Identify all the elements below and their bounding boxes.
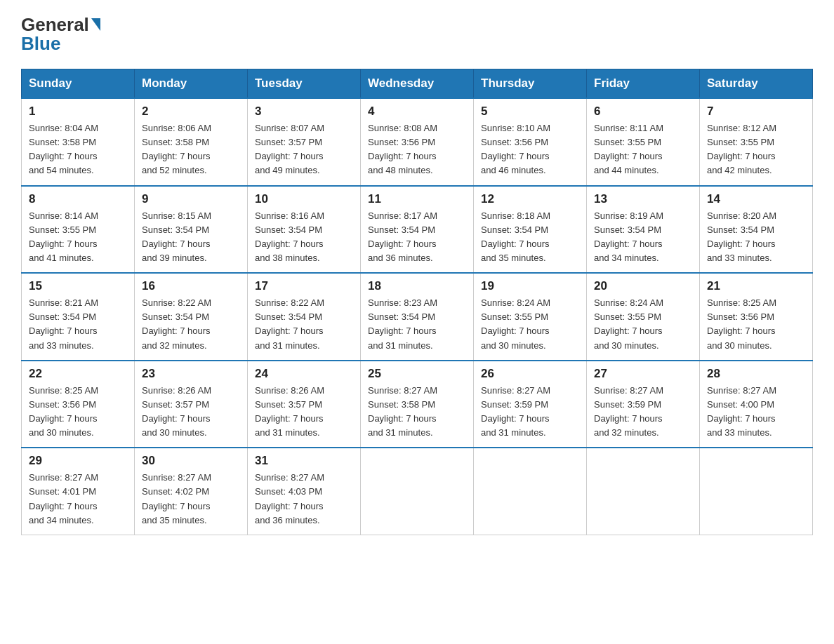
weekday-header-saturday: Saturday xyxy=(700,69,813,99)
calendar-cell xyxy=(587,448,700,535)
day-info: Sunrise: 8:23 AMSunset: 3:54 PMDaylight:… xyxy=(368,296,466,353)
day-info: Sunrise: 8:22 AMSunset: 3:54 PMDaylight:… xyxy=(255,296,353,353)
day-number: 2 xyxy=(142,105,240,119)
day-number: 11 xyxy=(368,192,466,206)
logo: General Blue xyxy=(21,14,100,55)
day-info: Sunrise: 8:25 AMSunset: 3:56 PMDaylight:… xyxy=(707,296,805,353)
calendar-cell: 26 Sunrise: 8:27 AMSunset: 3:59 PMDaylig… xyxy=(474,361,587,448)
weekday-header-wednesday: Wednesday xyxy=(361,69,474,99)
day-info: Sunrise: 8:06 AMSunset: 3:58 PMDaylight:… xyxy=(142,121,240,178)
day-info: Sunrise: 8:27 AMSunset: 4:01 PMDaylight:… xyxy=(29,471,127,528)
day-number: 25 xyxy=(368,367,466,381)
weekday-header-thursday: Thursday xyxy=(474,69,587,99)
day-info: Sunrise: 8:22 AMSunset: 3:54 PMDaylight:… xyxy=(142,296,240,353)
day-info: Sunrise: 8:15 AMSunset: 3:54 PMDaylight:… xyxy=(142,209,240,266)
day-number: 8 xyxy=(29,192,127,206)
day-info: Sunrise: 8:27 AMSunset: 4:03 PMDaylight:… xyxy=(255,471,353,528)
weekday-header-tuesday: Tuesday xyxy=(248,69,361,99)
calendar-cell: 23 Sunrise: 8:26 AMSunset: 3:57 PMDaylig… xyxy=(135,361,248,448)
calendar-table: SundayMondayTuesdayWednesdayThursdayFrid… xyxy=(21,69,813,535)
calendar-cell: 15 Sunrise: 8:21 AMSunset: 3:54 PMDaylig… xyxy=(22,273,135,361)
day-info: Sunrise: 8:20 AMSunset: 3:54 PMDaylight:… xyxy=(707,209,805,266)
day-number: 6 xyxy=(594,105,692,119)
weekday-header-friday: Friday xyxy=(587,69,700,99)
week-row-2: 8 Sunrise: 8:14 AMSunset: 3:55 PMDayligh… xyxy=(22,186,813,274)
calendar-header-row: SundayMondayTuesdayWednesdayThursdayFrid… xyxy=(22,69,813,99)
day-number: 23 xyxy=(142,367,240,381)
day-number: 10 xyxy=(255,192,353,206)
calendar-cell: 14 Sunrise: 8:20 AMSunset: 3:54 PMDaylig… xyxy=(700,186,813,274)
week-row-3: 15 Sunrise: 8:21 AMSunset: 3:54 PMDaylig… xyxy=(22,273,813,361)
day-number: 9 xyxy=(142,192,240,206)
day-info: Sunrise: 8:27 AMSunset: 3:59 PMDaylight:… xyxy=(594,384,692,441)
calendar-cell xyxy=(700,448,813,535)
calendar-cell: 12 Sunrise: 8:18 AMSunset: 3:54 PMDaylig… xyxy=(474,186,587,274)
day-info: Sunrise: 8:24 AMSunset: 3:55 PMDaylight:… xyxy=(594,296,692,353)
calendar-cell: 29 Sunrise: 8:27 AMSunset: 4:01 PMDaylig… xyxy=(22,448,135,535)
day-info: Sunrise: 8:19 AMSunset: 3:54 PMDaylight:… xyxy=(594,209,692,266)
day-number: 4 xyxy=(368,105,466,119)
day-info: Sunrise: 8:27 AMSunset: 3:58 PMDaylight:… xyxy=(368,384,466,441)
calendar-cell: 24 Sunrise: 8:26 AMSunset: 3:57 PMDaylig… xyxy=(248,361,361,448)
calendar-cell: 21 Sunrise: 8:25 AMSunset: 3:56 PMDaylig… xyxy=(700,273,813,361)
day-number: 28 xyxy=(707,367,805,381)
day-number: 29 xyxy=(29,454,127,468)
day-info: Sunrise: 8:16 AMSunset: 3:54 PMDaylight:… xyxy=(255,209,353,266)
day-number: 7 xyxy=(707,105,805,119)
day-info: Sunrise: 8:25 AMSunset: 3:56 PMDaylight:… xyxy=(29,384,127,441)
week-row-4: 22 Sunrise: 8:25 AMSunset: 3:56 PMDaylig… xyxy=(22,361,813,448)
day-number: 13 xyxy=(594,192,692,206)
day-info: Sunrise: 8:27 AMSunset: 4:02 PMDaylight:… xyxy=(142,471,240,528)
day-number: 22 xyxy=(29,367,127,381)
calendar-cell: 18 Sunrise: 8:23 AMSunset: 3:54 PMDaylig… xyxy=(361,273,474,361)
day-info: Sunrise: 8:21 AMSunset: 3:54 PMDaylight:… xyxy=(29,296,127,353)
calendar-cell: 3 Sunrise: 8:07 AMSunset: 3:57 PMDayligh… xyxy=(248,98,361,186)
day-info: Sunrise: 8:27 AMSunset: 3:59 PMDaylight:… xyxy=(481,384,579,441)
calendar-cell: 22 Sunrise: 8:25 AMSunset: 3:56 PMDaylig… xyxy=(22,361,135,448)
weekday-header-monday: Monday xyxy=(135,69,248,99)
calendar-cell: 7 Sunrise: 8:12 AMSunset: 3:55 PMDayligh… xyxy=(700,98,813,186)
day-info: Sunrise: 8:10 AMSunset: 3:56 PMDaylight:… xyxy=(481,121,579,178)
logo-blue-text: Blue xyxy=(21,33,60,55)
calendar-cell: 13 Sunrise: 8:19 AMSunset: 3:54 PMDaylig… xyxy=(587,186,700,274)
calendar-cell: 11 Sunrise: 8:17 AMSunset: 3:54 PMDaylig… xyxy=(361,186,474,274)
calendar-cell: 25 Sunrise: 8:27 AMSunset: 3:58 PMDaylig… xyxy=(361,361,474,448)
day-number: 27 xyxy=(594,367,692,381)
calendar-cell: 17 Sunrise: 8:22 AMSunset: 3:54 PMDaylig… xyxy=(248,273,361,361)
page-header: General Blue xyxy=(21,14,813,55)
calendar-cell: 20 Sunrise: 8:24 AMSunset: 3:55 PMDaylig… xyxy=(587,273,700,361)
day-number: 15 xyxy=(29,279,127,293)
calendar-cell: 16 Sunrise: 8:22 AMSunset: 3:54 PMDaylig… xyxy=(135,273,248,361)
day-info: Sunrise: 8:08 AMSunset: 3:56 PMDaylight:… xyxy=(368,121,466,178)
day-number: 21 xyxy=(707,279,805,293)
day-number: 14 xyxy=(707,192,805,206)
day-info: Sunrise: 8:26 AMSunset: 3:57 PMDaylight:… xyxy=(142,384,240,441)
day-info: Sunrise: 8:07 AMSunset: 3:57 PMDaylight:… xyxy=(255,121,353,178)
day-info: Sunrise: 8:17 AMSunset: 3:54 PMDaylight:… xyxy=(368,209,466,266)
week-row-1: 1 Sunrise: 8:04 AMSunset: 3:58 PMDayligh… xyxy=(22,98,813,186)
calendar-cell: 2 Sunrise: 8:06 AMSunset: 3:58 PMDayligh… xyxy=(135,98,248,186)
calendar-cell: 6 Sunrise: 8:11 AMSunset: 3:55 PMDayligh… xyxy=(587,98,700,186)
day-number: 5 xyxy=(481,105,579,119)
calendar-cell: 8 Sunrise: 8:14 AMSunset: 3:55 PMDayligh… xyxy=(22,186,135,274)
logo-triangle-icon xyxy=(91,18,100,31)
day-number: 24 xyxy=(255,367,353,381)
day-info: Sunrise: 8:04 AMSunset: 3:58 PMDaylight:… xyxy=(29,121,127,178)
day-number: 17 xyxy=(255,279,353,293)
calendar-cell: 19 Sunrise: 8:24 AMSunset: 3:55 PMDaylig… xyxy=(474,273,587,361)
day-info: Sunrise: 8:24 AMSunset: 3:55 PMDaylight:… xyxy=(481,296,579,353)
day-number: 12 xyxy=(481,192,579,206)
day-info: Sunrise: 8:11 AMSunset: 3:55 PMDaylight:… xyxy=(594,121,692,178)
calendar-cell: 4 Sunrise: 8:08 AMSunset: 3:56 PMDayligh… xyxy=(361,98,474,186)
calendar-cell: 30 Sunrise: 8:27 AMSunset: 4:02 PMDaylig… xyxy=(135,448,248,535)
day-number: 19 xyxy=(481,279,579,293)
calendar-cell: 28 Sunrise: 8:27 AMSunset: 4:00 PMDaylig… xyxy=(700,361,813,448)
calendar-cell xyxy=(361,448,474,535)
day-number: 1 xyxy=(29,105,127,119)
day-number: 16 xyxy=(142,279,240,293)
day-info: Sunrise: 8:27 AMSunset: 4:00 PMDaylight:… xyxy=(707,384,805,441)
calendar-cell: 27 Sunrise: 8:27 AMSunset: 3:59 PMDaylig… xyxy=(587,361,700,448)
week-row-5: 29 Sunrise: 8:27 AMSunset: 4:01 PMDaylig… xyxy=(22,448,813,535)
calendar-cell: 1 Sunrise: 8:04 AMSunset: 3:58 PMDayligh… xyxy=(22,98,135,186)
day-number: 18 xyxy=(368,279,466,293)
